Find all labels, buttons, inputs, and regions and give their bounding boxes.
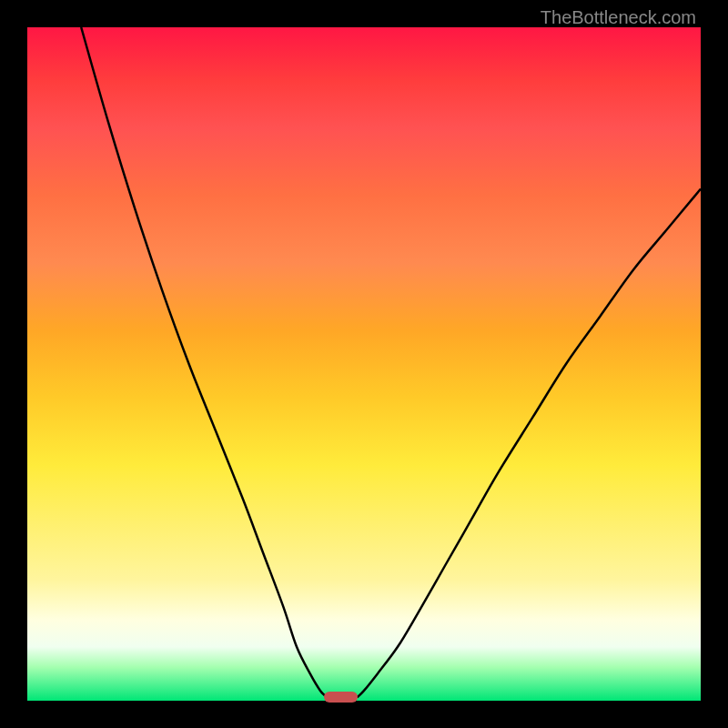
right-curve [358, 189, 701, 698]
curve-layer [27, 27, 701, 701]
chart-container: TheBottleneck.com [0, 0, 728, 728]
minimum-marker [324, 692, 358, 703]
left-curve [81, 27, 327, 697]
watermark-text: TheBottleneck.com [541, 7, 696, 28]
